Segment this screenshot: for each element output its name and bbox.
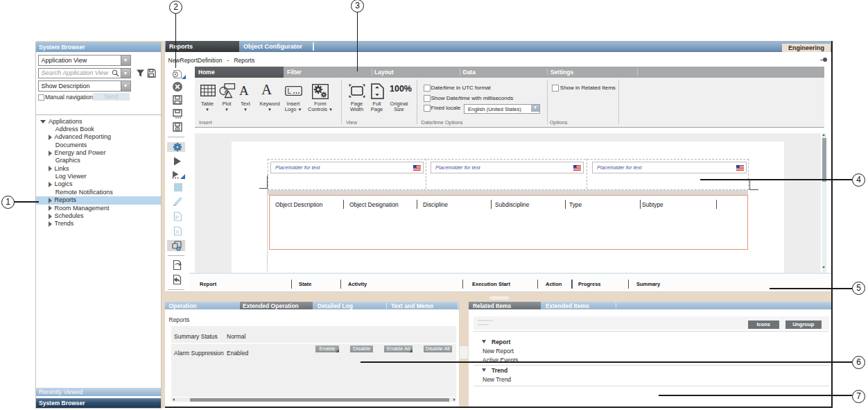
svg-text:L: L [288,87,292,95]
svg-text:X: X [175,229,180,235]
svg-text:P: P [175,214,179,221]
